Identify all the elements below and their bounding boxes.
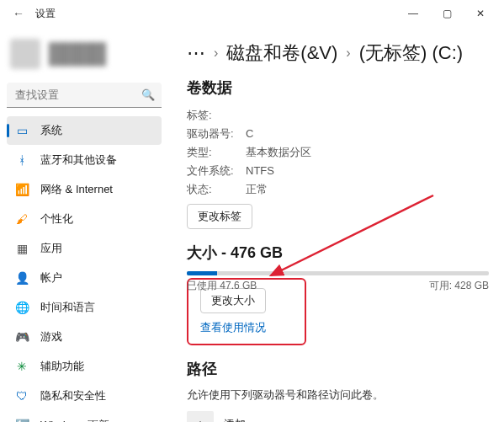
sidebar-item-network[interactable]: 📶网络 & Internet (7, 175, 162, 204)
minimize-button[interactable]: — (396, 8, 430, 19)
drive-value: C (246, 125, 253, 143)
window-title: 设置 (35, 7, 56, 21)
close-button[interactable]: ✕ (464, 8, 497, 19)
sidebar-item-personalization[interactable]: 🖌个性化 (7, 205, 162, 233)
volume-data-heading: 卷数据 (187, 77, 489, 98)
sidebar-item-system[interactable]: ▭系统 (7, 116, 162, 145)
search-input[interactable] (7, 83, 162, 108)
user-profile[interactable]: ████████████████ (7, 34, 162, 74)
search-box[interactable]: 🔍 (7, 83, 162, 108)
sidebar-item-apps[interactable]: ▦应用 (7, 234, 162, 263)
nav-back-button[interactable]: ← (7, 7, 30, 20)
sidebar-item-gaming[interactable]: 🎮游戏 (7, 323, 162, 351)
path-heading: 路径 (187, 359, 489, 379)
breadcrumb-disks[interactable]: 磁盘和卷(&V) (226, 40, 337, 66)
status-label: 状态: (187, 180, 246, 199)
search-icon: 🔍 (141, 88, 155, 101)
size-heading: 大小 - 476 GB (187, 243, 489, 263)
view-usage-link[interactable]: 查看使用情况 (200, 320, 293, 335)
status-value: 正常 (246, 180, 268, 199)
used-text: 已使用 47.6 GB (187, 279, 257, 293)
maximize-button[interactable]: ▢ (430, 8, 464, 19)
add-path-label: 添加 (224, 417, 246, 422)
shield-icon: 🛡 (13, 389, 30, 403)
bluetooth-icon: ᚼ (13, 153, 30, 167)
brush-icon: 🖌 (13, 212, 30, 226)
sidebar-item-accessibility[interactable]: ✳辅助功能 (7, 352, 162, 381)
accessibility-icon: ✳ (13, 360, 30, 373)
wifi-icon: 📶 (13, 183, 30, 196)
type-label: 类型: (187, 143, 246, 162)
person-icon: 👤 (13, 271, 30, 285)
globe-icon: 🌐 (13, 301, 30, 314)
chevron-right-icon: › (346, 45, 350, 61)
avatar (10, 39, 40, 69)
sidebar-item-accounts[interactable]: 👤帐户 (7, 264, 162, 292)
sidebar-item-bluetooth[interactable]: ᚼ蓝牙和其他设备 (7, 146, 162, 174)
drive-label: 驱动器号: (187, 125, 246, 143)
system-icon: ▭ (13, 124, 30, 137)
update-icon: 🔄 (13, 419, 30, 422)
chevron-right-icon: › (214, 45, 218, 61)
sidebar-item-time-language[interactable]: 🌐时间和语言 (7, 293, 162, 322)
usage-bar (187, 271, 489, 275)
usage-bar-fill (187, 271, 217, 275)
apps-icon: ▦ (13, 242, 30, 255)
breadcrumb-current: (无标签) (C:) (359, 40, 463, 66)
label-label: 标签: (187, 106, 246, 125)
gamepad-icon: 🎮 (13, 330, 30, 344)
add-path-button[interactable]: ＋ (187, 411, 214, 422)
sidebar-item-privacy[interactable]: 🛡隐私和安全性 (7, 382, 162, 410)
breadcrumb: ⋯ › 磁盘和卷(&V) › (无标签) (C:) (187, 40, 489, 66)
available-text: 可用: 428 GB (429, 279, 489, 293)
breadcrumb-more[interactable]: ⋯ (187, 42, 205, 64)
sidebar-item-windows-update[interactable]: 🔄Windows 更新 (7, 411, 162, 422)
change-label-button[interactable]: 更改标签 (187, 204, 252, 229)
sidebar-nav: ▭系统 ᚼ蓝牙和其他设备 📶网络 & Internet 🖌个性化 ▦应用 👤帐户… (7, 116, 162, 422)
fs-value: NTFS (246, 162, 274, 180)
type-value: 基本数据分区 (246, 143, 311, 162)
plus-icon: ＋ (194, 416, 207, 423)
path-description: 允许使用下列驱动器号和路径访问此卷。 (187, 387, 489, 403)
fs-label: 文件系统: (187, 162, 246, 180)
